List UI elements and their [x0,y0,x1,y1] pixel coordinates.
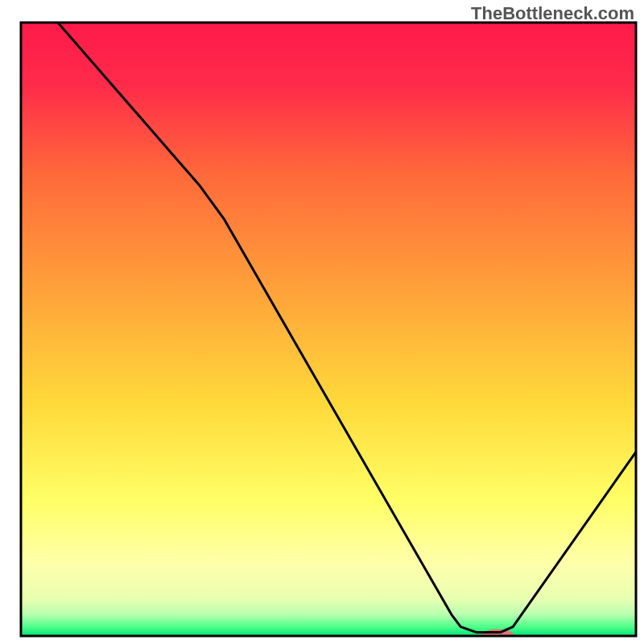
gradient-background [21,23,636,636]
optimal-marker [481,630,514,641]
chart-container: TheBottleneck.com [0,0,644,644]
chart-svg [0,0,644,644]
watermark-text: TheBottleneck.com [471,3,634,24]
